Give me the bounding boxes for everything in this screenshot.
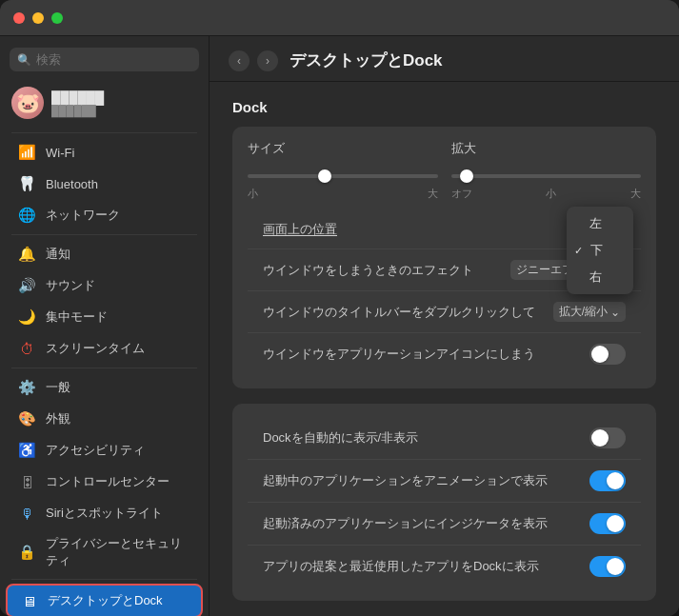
divider-3 [11,368,197,368]
forward-button[interactable]: › [257,50,278,71]
setting-row-titlebar: ウインドウのタイトルバーをダブルクリックして 拡大/縮小 ⌄ [248,291,641,333]
wifi-icon: 📶 [17,143,36,162]
search-input[interactable] [36,52,191,67]
sidebar-item-screentime[interactable]: ⏱ スクリーンタイム [6,333,203,364]
window: 🔍 🐷 ██████ ██████ 📶 Wi-Fi [0,0,679,616]
titlebar-select[interactable]: 拡大/縮小 ⌄ [553,302,626,322]
sidebar-item-label: 集中モード [46,308,108,326]
user-info: ██████ ██████ [51,90,104,116]
sidebar-item-label: プライバシーとセキュリティ [46,535,191,569]
sliders-card: サイズ 小 大 拡大 [232,127,656,388]
check-icon: ✓ [574,245,583,257]
sidebar-item-focus[interactable]: 🌙 集中モード [6,302,203,332]
toggle-thumb [607,472,624,489]
sidebar-item-label: アクセシビリティ [46,442,145,459]
divider-1 [11,132,197,133]
dropdown-item-right[interactable]: 右 [567,264,633,290]
enlarge-slider-group: 拡大 オフ 小 大 [451,140,642,201]
toggle-thumb [591,346,609,363]
dropdown-item-bottom[interactable]: ✓ 下 [567,237,633,264]
indicator-toggle[interactable] [589,513,626,534]
user-section: 🐷 ██████ ██████ [0,81,209,129]
dropdown-item-left[interactable]: 左 [567,210,633,237]
size-slider[interactable] [248,174,438,178]
privacy-icon: 🔒 [17,543,36,562]
sidebar-item-label: 通知 [46,246,70,263]
enlarge-slider[interactable] [451,174,642,178]
titlebar [0,0,679,36]
animate-toggle[interactable] [589,470,626,491]
auto-hide-toggle[interactable] [589,427,626,448]
sidebar-item-control[interactable]: 🎛 コントロールセンター [6,467,203,497]
sidebar: 🔍 🐷 ██████ ██████ 📶 Wi-Fi [0,36,210,616]
sidebar-item-sound[interactable]: 🔊 サウンド [6,270,203,301]
control-icon: 🎛 [17,472,36,491]
sidebar-item-label: スクリーンタイム [46,340,145,357]
avatar: 🐷 [11,87,44,119]
user-name: ██████ [51,90,104,105]
sidebar-item-wifi[interactable]: 📶 Wi-Fi [6,137,203,168]
setting-row-auto-hide: Dockを自動的に表示/非表示 [248,417,641,460]
size-slider-group: サイズ 小 大 [248,140,438,201]
sidebar-group-system: ⚙️ 一般 🎨 外観 ♿ アクセシビリティ 🎛 コントロールセンター 🎙 [0,372,209,575]
sidebar-item-desktop[interactable]: 🖥 デスクトップとDock [6,584,203,616]
sidebar-item-label: Bluetooth [46,177,98,191]
sidebar-group-notifications: 🔔 通知 🔊 サウンド 🌙 集中モード ⏱ スクリーンタイム [0,239,209,364]
setting-label: アプリの提案と最近使用したアプリをDockに表示 [263,558,589,575]
enlarge-label: 拡大 [451,140,642,157]
screentime-icon: ⏱ [17,339,36,358]
dock-auto-card: Dockを自動的に表示/非表示 起動中のアプリケーションをアニメーションで表示 [232,404,656,601]
back-button[interactable]: ‹ [229,50,250,71]
sidebar-item-label: コントロールセンター [46,473,170,490]
minimize-app-toggle[interactable] [589,344,626,365]
minimize-button[interactable] [32,12,44,24]
toggle-thumb [607,515,624,532]
sidebar-item-label: Wi-Fi [46,146,74,160]
setting-row-minimize-app: ウインドウをアプリケーションアイコンにしまう [248,333,641,375]
sidebar-item-appearance[interactable]: 🎨 外観 [6,404,203,434]
sidebar-item-general[interactable]: ⚙️ 一般 [6,372,203,403]
sidebar-item-bluetooth[interactable]: 🦷 Bluetooth [6,169,203,199]
focus-icon: 🌙 [17,308,36,327]
accessibility-icon: ♿ [17,441,36,460]
size-label: サイズ [248,140,438,157]
size-minmax: 小 大 [248,187,438,201]
setting-label: 起動中のアプリケーションをアニメーションで表示 [263,472,589,489]
sidebar-item-label: Siriとスポットライト [46,505,163,522]
sidebar-item-label: デスクトップとDock [48,592,163,609]
setting-label: 起動済みのアプリケーションにインジケータを表示 [263,515,589,532]
sidebar-group-network: 📶 Wi-Fi 🦷 Bluetooth 🌐 ネットワーク [0,137,209,230]
setting-label: ウインドウのタイトルバーをダブルクリックして [263,304,553,321]
close-button[interactable] [13,12,25,24]
search-icon: 🔍 [17,53,31,67]
chevron-icon: ⌄ [610,306,620,319]
dropdown-overlay: 左 ✓ 下 右 [567,207,633,294]
sidebar-group-display: 🖥 デスクトップとDock 🖥 ディスプレイ 🖼 壁紙 [0,584,209,616]
divider-4 [11,579,197,580]
toggle-thumb [591,429,609,447]
sidebar-item-privacy[interactable]: 🔒 プライバシーとセキュリティ [6,529,203,575]
position-label: 画面上の位置 [263,221,337,238]
search-box[interactable]: 🔍 [10,48,199,71]
sidebar-item-label: サウンド [46,277,95,294]
bluetooth-icon: 🦷 [17,174,36,193]
suggestions-toggle[interactable] [589,556,626,577]
position-dropdown[interactable]: 左 ✓ 下 右 [567,207,633,294]
setting-label: ウインドウをしまうときのエフェクト [263,262,510,279]
maximize-button[interactable] [51,12,63,24]
network-icon: 🌐 [17,206,36,225]
dock-section: Dock サイズ 小 大 [232,99,656,601]
sidebar-item-accessibility[interactable]: ♿ アクセシビリティ [6,435,203,466]
general-icon: ⚙️ [17,378,36,397]
sidebar-item-network[interactable]: 🌐 ネットワーク [6,200,203,230]
main-header: ‹ › デスクトップとDock [210,36,679,82]
desktop-icon: 🖥 [19,591,38,610]
dock-section-title: Dock [232,99,656,115]
sidebar-item-notification[interactable]: 🔔 通知 [6,239,203,269]
setting-label: Dockを自動的に表示/非表示 [263,429,589,447]
setting-row-suggestions: アプリの提案と最近使用したアプリをDockに表示 [248,546,641,587]
sound-icon: 🔊 [17,276,36,295]
sliders-section: サイズ 小 大 拡大 [248,140,641,201]
user-sub: ██████ [51,105,104,116]
sidebar-item-siri[interactable]: 🎙 Siriとスポットライト [6,498,203,528]
